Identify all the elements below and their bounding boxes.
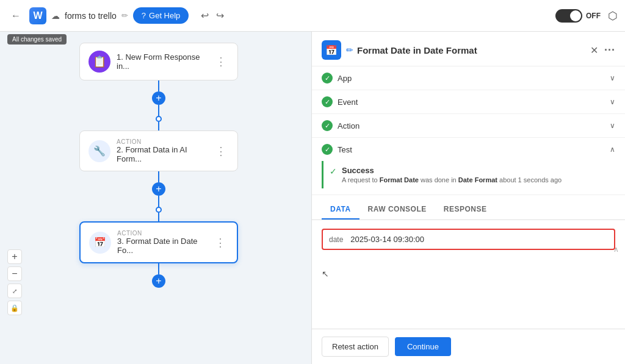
toggle-switch[interactable]: OFF	[555, 9, 601, 23]
undo-redo-group: ↩ ↪	[198, 7, 226, 24]
get-help-label: Get Help	[149, 11, 180, 20]
action-arrow-icon: ∨	[610, 121, 615, 130]
panel-close-button[interactable]: ✕	[590, 45, 598, 56]
panel-title: Format Date in Date Format	[357, 45, 477, 55]
watermark: Screenshot by Knapper.com	[542, 354, 619, 360]
node1-title: 1. New Form Response in...	[117, 52, 207, 71]
accordion-event[interactable]: ✓ Event ∨	[312, 90, 625, 114]
data-area: date 2025-03-14 09:30:00 ↖	[312, 220, 625, 329]
accordion-action[interactable]: ✓ Action ∨	[312, 114, 625, 138]
topbar: ← W ☁ forms to trello ✏ ? Get Help ↩ ↪ O…	[0, 0, 625, 32]
app-check-icon: ✓	[322, 73, 333, 84]
data-value-date: 2025-03-14 09:30:00	[350, 235, 424, 244]
zoom-controls: + − ⤢ 🔒	[7, 249, 22, 315]
node2-icon: 🔧	[89, 140, 110, 162]
cursor-icon: ↖	[322, 269, 329, 279]
test-arrow-icon: ∧	[610, 145, 615, 154]
event-label: Event	[338, 98, 605, 107]
panel-title-row: 📅 ✏ Format Date in Date Format	[322, 40, 477, 60]
node3-label-group: Action 3. Format Date in Date Fo...	[117, 230, 206, 255]
node1-container: 📋 1. New Form Response in... ⋮ + 🔧 Actio…	[79, 43, 238, 288]
node1-label-group: 1. New Form Response in...	[117, 52, 207, 71]
share-button[interactable]: ⬡	[608, 9, 618, 23]
success-title: Success	[342, 166, 562, 175]
v-line-1	[158, 80, 159, 91]
accordion-test[interactable]: ✓ Test ∧ ✓ Success A request to Format D…	[312, 138, 625, 195]
panel-more-button[interactable]: ···	[604, 44, 615, 57]
v-line-2c	[158, 213, 159, 221]
node2-more[interactable]: ⋮	[213, 143, 229, 159]
node2-label-group: Action 2. Format Data in AI Form...	[117, 138, 207, 163]
app-label: App	[338, 74, 605, 83]
node-2[interactable]: 🔧 Action 2. Format Data in AI Form... ⋮	[79, 130, 238, 171]
node-1[interactable]: 📋 1. New Form Response in... ⋮	[79, 43, 238, 80]
event-arrow-icon: ∨	[610, 98, 615, 106]
add-button-1[interactable]: +	[152, 91, 165, 105]
success-desc: A request to Format Date was done in Dat…	[342, 176, 562, 184]
data-key-date: date	[329, 235, 343, 244]
connector1: +	[152, 80, 165, 130]
right-panel: 📅 ✏ Format Date in Date Format ✕ ··· ✓ A…	[311, 32, 625, 364]
v-line-2	[158, 171, 159, 182]
success-desc-mid: was done in	[419, 176, 458, 184]
panel-icon: 📅	[322, 40, 341, 60]
get-help-icon: ?	[142, 11, 146, 20]
test-label: Test	[338, 145, 605, 154]
retest-button[interactable]: Retest action	[322, 337, 389, 357]
success-desc-pre: A request to	[342, 176, 380, 184]
back-button[interactable]: ←	[7, 8, 24, 24]
node2-title: 2. Format Data in AI Form...	[117, 145, 207, 163]
node1-more[interactable]: ⋮	[213, 54, 229, 70]
tab-response[interactable]: RESPONSE	[435, 200, 496, 219]
zoom-out-button[interactable]: −	[7, 266, 22, 281]
get-help-button[interactable]: ? Get Help	[133, 7, 189, 24]
cursor-area: ↖	[322, 268, 615, 279]
add-button-2[interactable]: +	[152, 182, 165, 196]
topbar-right: OFF ⬡	[555, 9, 618, 23]
node2-sublabel: Action	[117, 138, 207, 145]
zoom-in-button[interactable]: +	[7, 249, 22, 264]
node3-title: 3. Format Date in Date Fo...	[117, 237, 206, 255]
action-check-icon: ✓	[322, 120, 333, 131]
zoom-fit-button[interactable]: ⤢	[7, 284, 22, 298]
data-row-date: date 2025-03-14 09:30:00	[322, 229, 615, 250]
panel-header: 📅 ✏ Format Date in Date Format ✕ ···	[312, 32, 625, 66]
redo-button[interactable]: ↪	[214, 7, 226, 24]
node-3[interactable]: 📅 Action 3. Format Date in Date Fo... ⋮	[79, 221, 238, 263]
edit-icon[interactable]: ✏	[121, 11, 128, 20]
accordion-app[interactable]: ✓ App ∨	[312, 66, 625, 90]
lock-button[interactable]: 🔒	[7, 301, 22, 315]
success-text-group: Success A request to Format Date was don…	[342, 166, 562, 184]
connector-dot-2	[156, 207, 162, 213]
test-content: ✓ Success A request to Format Date was d…	[322, 161, 615, 188]
add-button-3[interactable]: +	[152, 274, 165, 288]
node3-more[interactable]: ⋮	[212, 235, 228, 251]
test-header: ✓ Test ∧	[322, 144, 615, 155]
undo-button[interactable]: ↩	[198, 7, 211, 24]
tab-raw-console[interactable]: RAW CONSOLE	[359, 200, 435, 219]
v-line-1c	[158, 122, 159, 130]
data-tabs: DATA RAW CONSOLE RESPONSE	[312, 200, 625, 220]
app-arrow-icon: ∨	[610, 74, 615, 82]
event-check-icon: ✓	[322, 96, 333, 107]
v-line-3	[158, 263, 159, 274]
toggle-track[interactable]	[555, 9, 582, 23]
v-line-2b	[158, 196, 159, 207]
toggle-thumb	[570, 10, 581, 21]
logo: W	[29, 7, 46, 24]
action-label: Action	[338, 121, 605, 130]
continue-button[interactable]: Continue	[395, 337, 451, 356]
panel-edit-icon[interactable]: ✏	[346, 45, 353, 55]
v-line-1b	[158, 105, 159, 116]
topbar-left: ← W ☁ forms to trello ✏ ? Get Help ↩ ↪	[7, 7, 555, 24]
success-bar: ✓ Success A request to Format Date was d…	[322, 161, 615, 188]
canvas: 📋 1. New Form Response in... ⋮ + 🔧 Actio…	[0, 32, 311, 364]
success-link1: Format Date	[380, 176, 419, 184]
connector2: +	[152, 171, 165, 221]
success-desc-post: about 1 seconds ago	[497, 176, 562, 184]
connector3: +	[152, 263, 165, 288]
panel-actions: ✕ ···	[590, 44, 615, 57]
success-link2: Date Format	[458, 176, 497, 184]
tab-data[interactable]: DATA	[322, 200, 359, 219]
workflow-title: forms to trello	[65, 11, 117, 21]
